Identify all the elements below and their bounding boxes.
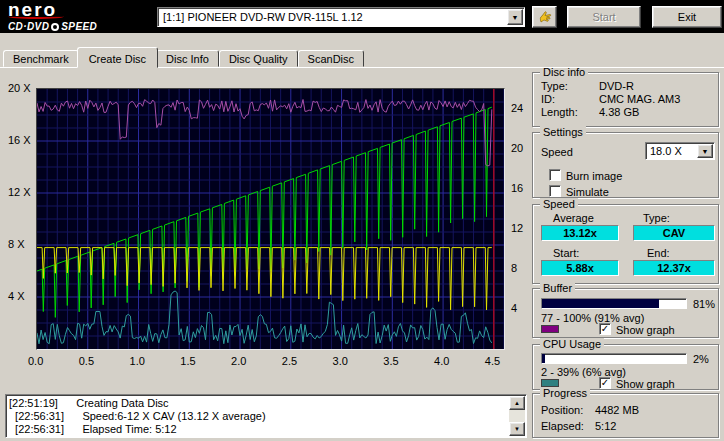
start-button[interactable]: Start: [567, 6, 641, 28]
disc-icon: [51, 23, 59, 31]
simulate-checkbox[interactable]: [549, 185, 561, 197]
x-axis-label: 1.0: [130, 355, 145, 367]
scroll-up-button[interactable]: ▲: [509, 396, 525, 410]
group-title: Speed: [540, 198, 578, 210]
burn-image-checkbox[interactable]: [549, 169, 561, 181]
x-axis-label: 4.0: [434, 355, 449, 367]
end-value: 12.37x: [633, 260, 715, 276]
elapsed-value: 5:12: [595, 420, 616, 432]
tab-disc-info[interactable]: Disc Info: [156, 50, 219, 67]
brand-sub-right: SPEED: [61, 21, 97, 32]
tab-disc-quality[interactable]: Disc Quality: [219, 50, 298, 67]
cpu-percent: 2%: [693, 353, 709, 365]
scroll-down-button[interactable]: ▼: [509, 422, 525, 436]
settings-group: Settings Speed 18.0 X ▼ Burn image Simul…: [532, 132, 719, 198]
header-bar: nero CD·DVD SPEED [1:1] PIONEER DVD-RW D…: [0, 0, 724, 33]
y-axis-label: 12 X: [8, 186, 31, 198]
buffer-bar: [541, 298, 687, 309]
cpu-bar-fill: [542, 354, 545, 363]
buffer-group: Buffer 81% 77 - 100% (91% avg) Show grap…: [532, 288, 719, 338]
options-button[interactable]: [532, 6, 557, 28]
disc-info-group: Disc info Type: DVD-R ID: CMC MAG. AM3 L…: [532, 72, 719, 127]
buffer-show-graph-label: Show graph: [616, 324, 675, 336]
start-value: 5.88x: [541, 260, 619, 276]
start-label: Start:: [553, 247, 579, 259]
log-panel[interactable]: [22:51:19] Creating Data Disc [22:56:31]…: [5, 394, 527, 438]
y-axis-label: 20 X: [8, 82, 31, 94]
cpu-bar: [541, 353, 687, 364]
progress-group: Progress Position: 4482 MB Elapsed: 5:12: [532, 393, 719, 438]
cpu-usage-group: CPU Usage 2% 2 - 39% (6% avg) Show graph: [532, 344, 719, 390]
drive-select-arrow[interactable]: ▼: [507, 9, 523, 25]
type-value: CAV: [633, 225, 715, 241]
group-title: Settings: [540, 126, 586, 138]
average-label: Average: [553, 212, 594, 224]
disc-id-label: ID:: [541, 93, 555, 105]
disc-length-value: 4.38 GB: [599, 106, 639, 118]
series-buffer-level: [37, 100, 492, 166]
x-axis-label: 3.0: [333, 355, 348, 367]
buffer-bar-fill: [542, 299, 659, 308]
y2-axis-label: 8: [511, 262, 517, 274]
x-axis-label: 4.5: [485, 355, 500, 367]
arrow-up-icon: ▲: [514, 400, 520, 406]
buffer-show-graph-checkbox[interactable]: [599, 323, 611, 335]
x-axis-label: 2.0: [231, 355, 246, 367]
cpu-show-graph-checkbox[interactable]: [599, 377, 611, 389]
y2-axis-label: 12: [511, 222, 523, 234]
average-value: 13.12x: [541, 225, 619, 241]
cpu-swatch: [541, 379, 559, 387]
log-scrollbar[interactable]: ▲ ▼: [509, 396, 525, 436]
buffer-percent: 81%: [693, 298, 715, 310]
y-axis-label: 16 X: [8, 134, 31, 146]
log-line: [22:56:31] Elapsed Time: 5:12: [9, 423, 507, 435]
position-label: Position:: [541, 404, 583, 416]
log-lines: [22:51:19] Creating Data Disc [22:56:31]…: [9, 397, 507, 435]
position-value: 4482 MB: [595, 404, 639, 416]
tab-create-disc[interactable]: Create Disc: [77, 47, 158, 68]
y2-axis-label: 20: [511, 142, 523, 154]
arrow-down-icon: ▼: [514, 426, 520, 432]
elapsed-label: Elapsed:: [541, 420, 584, 432]
tab-bar: Benchmark Create Disc Disc Info Disc Qua…: [3, 47, 364, 67]
buffer-swatch: [541, 325, 559, 333]
nero-cd-dvd-speed-window: nero CD·DVD SPEED [1:1] PIONEER DVD-RW D…: [0, 0, 724, 441]
drive-select[interactable]: [1:1] PIONEER DVD-RW DVR-115L 1.12 ▼: [157, 7, 525, 27]
drive-select-value: [1:1] PIONEER DVD-RW DVR-115L 1.12: [163, 11, 363, 23]
chevron-down-icon: ▼: [512, 14, 519, 21]
cpu-show-graph-label: Show graph: [616, 378, 675, 390]
log-line: [22:56:31] Speed:6-12 X CAV (13.12 X ave…: [9, 410, 507, 423]
speed-group: Speed Average Type: 13.12x CAV Start: En…: [532, 204, 719, 284]
y2-axis-label: 24: [511, 102, 523, 114]
tab-benchmark[interactable]: Benchmark: [3, 50, 79, 67]
tab-scandisc[interactable]: ScanDisc: [298, 50, 364, 67]
type-label: Type:: [643, 212, 670, 224]
series-rotation-speed: [37, 248, 492, 310]
y-axis-label: 4 X: [8, 290, 25, 302]
brand-subtitle: CD·DVD SPEED: [8, 21, 97, 32]
exit-button[interactable]: Exit: [652, 6, 722, 28]
group-title: CPU Usage: [540, 338, 604, 350]
cpu-range: 2 - 39% (6% avg): [541, 366, 626, 378]
x-axis-label: 0.0: [28, 355, 43, 367]
y2-axis-label: 16: [511, 182, 523, 194]
chart-canvas: [37, 89, 504, 349]
x-axis-label: 2.5: [282, 355, 297, 367]
burn-image-label: Burn image: [566, 170, 622, 182]
y-axis-label: 8 X: [8, 238, 25, 250]
speed-select-arrow[interactable]: ▼: [697, 144, 713, 158]
write-speed-chart: [36, 88, 505, 350]
disc-id-value: CMC MAG. AM3: [599, 93, 680, 105]
buffer-range: 77 - 100% (91% avg): [541, 312, 644, 324]
brand-sub-left: CD·DVD: [8, 21, 49, 32]
speed-select[interactable]: 18.0 X ▼: [645, 142, 715, 160]
nero-logo: nero CD·DVD SPEED: [8, 1, 97, 32]
x-axis-label: 0.5: [79, 355, 94, 367]
end-label: End:: [647, 247, 670, 259]
disc-length-label: Length:: [541, 106, 578, 118]
speed-select-value: 18.0 X: [650, 145, 682, 157]
speed-label: Speed: [541, 146, 573, 158]
x-axis-label: 3.5: [383, 355, 398, 367]
group-title: Progress: [540, 387, 590, 399]
series-write-speed: [37, 107, 492, 317]
